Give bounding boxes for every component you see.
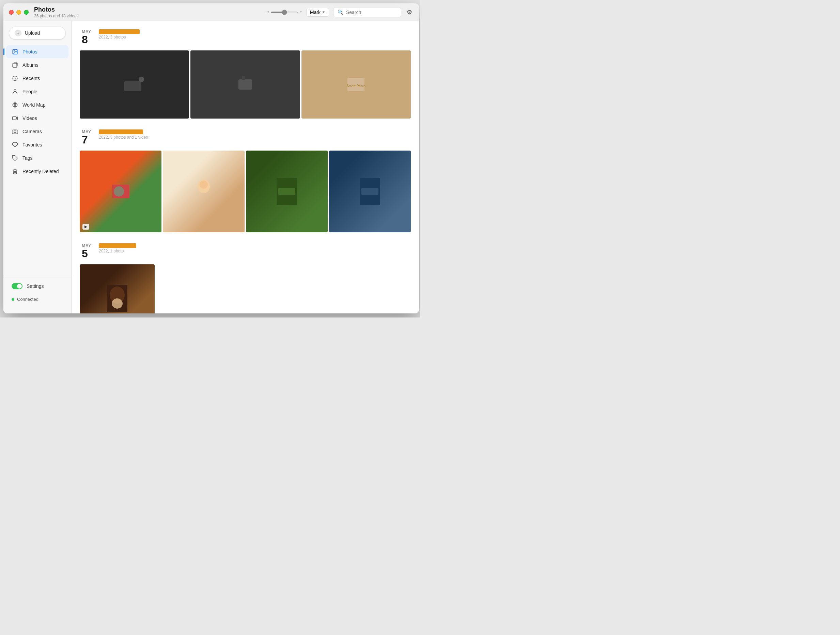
date-group-may8: MAY 8 2022, 3 photos [80, 29, 411, 118]
settings-toggle[interactable] [11, 283, 22, 289]
svg-rect-13 [242, 76, 245, 80]
photo-placeholder: Smart Photo [302, 51, 411, 118]
sidebar-item-tags[interactable]: Tags [6, 152, 68, 164]
sidebar-item-videos[interactable]: Videos [6, 112, 68, 125]
sidebar-item-label-videos: Videos [22, 115, 37, 121]
photo-item[interactable] [80, 51, 189, 118]
video-badge: ▶ [82, 224, 89, 230]
header-controls: □ □ Mark ▼ 🔍 ⚙ [267, 7, 414, 17]
size-slider[interactable]: □ □ [267, 10, 302, 14]
date-day-may5: 5 [82, 248, 91, 259]
photo-item[interactable] [190, 51, 300, 118]
app-subtitle: 36 photos and 18 videos [34, 14, 267, 18]
sidebar-item-label-photos: Photos [22, 49, 38, 55]
chevron-down-icon: ▼ [322, 10, 325, 14]
photo-placeholder [329, 150, 411, 232]
photo-grid-may8: Smart Photo [80, 51, 411, 118]
svg-rect-10 [124, 81, 141, 91]
photo-item[interactable]: Smart Photo [302, 51, 411, 118]
connected-status: Connected [9, 295, 66, 304]
sidebar-item-photos[interactable]: Photos [6, 45, 68, 58]
titlebar: Photos 36 photos and 18 videos □ □ Mark … [3, 3, 419, 21]
photo-placeholder [190, 51, 300, 118]
search-icon: 🔍 [338, 9, 343, 15]
user-name: Mark [310, 9, 321, 15]
upload-button[interactable]: + Upload [9, 27, 66, 39]
user-badge[interactable]: Mark ▼ [306, 8, 329, 17]
date-meta-may7: 2022, 3 photos and 1 video [99, 135, 148, 140]
people-icon [11, 88, 18, 95]
sidebar-item-favorites[interactable]: Favorites [6, 138, 68, 151]
svg-rect-2 [13, 63, 17, 68]
sidebar-item-recents[interactable]: Recents [6, 72, 68, 85]
recents-icon [11, 75, 18, 82]
sidebar-item-settings[interactable]: Settings [9, 280, 66, 292]
sidebar-item-label-recents: Recents [22, 76, 40, 81]
photo-placeholder [80, 150, 161, 232]
svg-rect-7 [13, 117, 16, 120]
sidebar-item-label-recently-deleted: Recently Deleted [22, 169, 59, 174]
photo-placeholder [80, 264, 155, 313]
tags-icon [11, 155, 18, 161]
search-box[interactable]: 🔍 [333, 7, 401, 17]
sidebar-item-label-tags: Tags [22, 155, 33, 161]
connected-dot [11, 298, 14, 301]
photo-grid-may5 [80, 264, 411, 313]
sidebar-item-label-albums: Albums [22, 62, 38, 68]
close-button[interactable] [9, 10, 14, 15]
albums-icon [11, 62, 18, 68]
sidebar-item-worldmap[interactable]: World Map [6, 98, 68, 111]
title-section: Photos 36 photos and 18 videos [34, 6, 267, 18]
videos-icon [11, 115, 18, 122]
main-content: MAY 8 2022, 3 photos [71, 21, 419, 313]
redacted-name-may8 [99, 29, 140, 34]
redacted-name-may7 [99, 130, 143, 134]
date-header-may8: MAY 8 2022, 3 photos [80, 29, 411, 45]
plus-icon: + [15, 30, 22, 36]
date-meta-may5: 2022, 1 photo [99, 249, 136, 253]
sidebar-item-albums[interactable]: Albums [6, 58, 68, 71]
sidebar-item-label-cameras: Cameras [22, 129, 42, 134]
sidebar-item-label-people: People [22, 89, 38, 94]
worldmap-icon [11, 101, 18, 108]
sidebar-item-cameras[interactable]: Cameras [6, 125, 68, 138]
date-header-may7: MAY 7 2022, 3 photos and 1 video [80, 130, 411, 145]
date-info-may5: 2022, 1 photo [99, 243, 136, 253]
app-window: Photos 36 photos and 18 videos □ □ Mark … [3, 3, 419, 313]
date-group-may5: MAY 5 2022, 1 photo [80, 243, 411, 313]
nav-items: Photos Albums [3, 45, 71, 276]
photo-item[interactable] [329, 150, 411, 232]
photo-item[interactable] [163, 150, 245, 232]
traffic-lights [9, 10, 28, 15]
minimize-button[interactable] [16, 10, 21, 15]
filter-button[interactable]: ⚙ [405, 7, 414, 17]
photo-item[interactable] [80, 264, 155, 313]
photo-placeholder [163, 150, 245, 232]
svg-point-1 [14, 51, 14, 51]
svg-point-8 [14, 131, 16, 133]
search-input[interactable] [346, 9, 397, 15]
sidebar-item-label-favorites: Favorites [22, 142, 42, 147]
cameras-icon [11, 128, 18, 135]
sidebar-item-recently-deleted[interactable]: Recently Deleted [6, 165, 68, 178]
date-header-may5: MAY 5 2022, 1 photo [80, 243, 411, 259]
sidebar-item-people[interactable]: People [6, 85, 68, 98]
sidebar-bottom: Settings Connected [3, 276, 71, 308]
photo-placeholder [246, 150, 328, 232]
app-body: + Upload Photos [3, 21, 419, 313]
photo-item[interactable]: ▶ [80, 150, 161, 232]
photos-icon [11, 48, 18, 55]
svg-text:Smart Photo: Smart Photo [347, 84, 366, 88]
date-group-may7: MAY 7 2022, 3 photos and 1 video [80, 130, 411, 232]
slider-min-icon: □ [267, 10, 269, 14]
size-range-input[interactable] [271, 11, 298, 13]
date-info-may8: 2022, 3 photos [99, 29, 140, 39]
photo-item[interactable] [246, 150, 328, 232]
svg-point-4 [14, 90, 16, 92]
redacted-name-may5 [99, 243, 136, 248]
date-day-may7: 7 [82, 134, 91, 145]
slider-max-icon: □ [300, 10, 302, 14]
svg-rect-23 [362, 188, 379, 195]
svg-point-26 [112, 299, 123, 309]
maximize-button[interactable] [24, 10, 28, 15]
